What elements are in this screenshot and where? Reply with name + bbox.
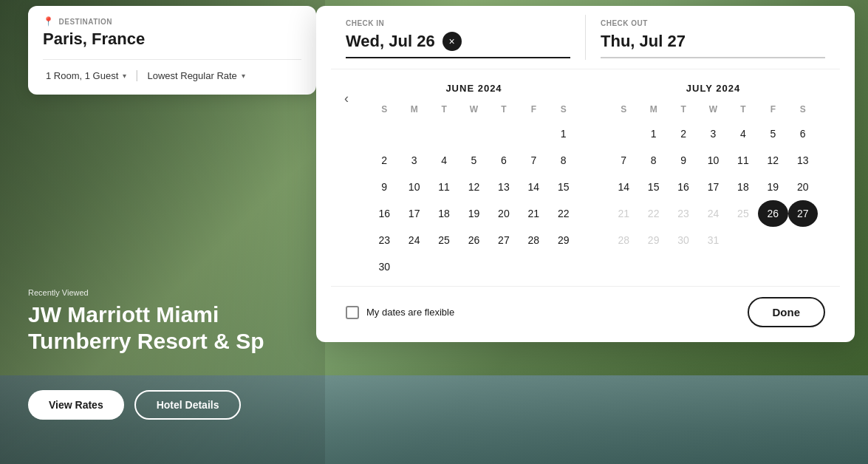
calendar-day[interactable]: 21: [519, 200, 548, 227]
checkin-date: Wed, Jul 26: [346, 32, 435, 51]
day-header-s: S: [609, 104, 638, 120]
calendar-day[interactable]: 23: [669, 200, 698, 227]
calendar-day[interactable]: 17: [399, 200, 428, 227]
checkin-underline: [346, 57, 570, 58]
day-header-s2: S: [788, 104, 818, 120]
calendar-day[interactable]: 5: [459, 147, 488, 174]
date-header: CHECK IN Wed, Jul 26 × CHECK OUT Thu, Ju…: [331, 6, 840, 69]
calendar-prev-button[interactable]: ‹: [338, 89, 355, 108]
calendar-day: [369, 120, 399, 147]
calendar-day[interactable]: 22: [638, 200, 668, 227]
calendar-day: [758, 227, 787, 253]
day-header-w: W: [698, 104, 728, 120]
calendar-day[interactable]: 15: [638, 174, 668, 200]
calendar-day[interactable]: 25: [429, 227, 459, 253]
checkout-label: CHECK OUT: [601, 19, 825, 27]
july-calendar: JULY 2024 S M T W T F S 1234567891011121…: [594, 75, 833, 253]
calendar-day[interactable]: 31: [698, 227, 728, 253]
calendar-day[interactable]: 26: [758, 200, 787, 227]
done-button[interactable]: Done: [748, 297, 826, 327]
calendar-day[interactable]: 19: [758, 174, 787, 200]
calendar-day: [459, 253, 488, 280]
calendar-day[interactable]: 20: [788, 174, 818, 200]
calendar-day[interactable]: 12: [459, 174, 488, 200]
calendar-day[interactable]: 3: [399, 147, 428, 174]
calendar-day[interactable]: 8: [638, 147, 668, 174]
day-header-f: F: [758, 104, 787, 120]
day-header-t2: T: [489, 104, 519, 120]
calendar-day[interactable]: 14: [519, 174, 548, 200]
calendar-day[interactable]: 2: [669, 120, 698, 147]
checkin-value-row: Wed, Jul 26 ×: [346, 32, 570, 51]
calendar-day[interactable]: 7: [609, 147, 638, 174]
calendar-day[interactable]: 13: [788, 147, 818, 174]
calendar-day[interactable]: 25: [728, 200, 758, 227]
search-options: 1 Room, 1 Guest ▾ | Lowest Regular Rate …: [43, 69, 301, 83]
calendar-day[interactable]: 30: [669, 227, 698, 253]
calendar-day[interactable]: 24: [698, 200, 728, 227]
flexible-dates-label[interactable]: My dates are flexible: [346, 306, 454, 319]
flexible-dates-checkbox[interactable]: [346, 306, 359, 319]
calendar-day[interactable]: 13: [489, 174, 519, 200]
calendar-day[interactable]: 20: [489, 200, 519, 227]
calendar-day[interactable]: 8: [549, 147, 578, 174]
calendar-day[interactable]: 4: [728, 120, 758, 147]
calendar-day[interactable]: 28: [609, 227, 638, 253]
hotel-details-button[interactable]: Hotel Details: [134, 390, 242, 420]
calendar-day[interactable]: 24: [399, 227, 428, 253]
calendar-day[interactable]: 15: [549, 174, 578, 200]
checkout-section: CHECK OUT Thu, Jul 27: [586, 6, 840, 69]
june-grid: S M T W T F S 12345678910111213141516171…: [369, 104, 578, 280]
calendar-day[interactable]: 16: [369, 200, 399, 227]
day-header-w: W: [459, 104, 488, 120]
calendar-day[interactable]: 18: [429, 200, 459, 227]
action-buttons: View Rates Hotel Details: [28, 390, 241, 420]
calendar-day[interactable]: 6: [788, 120, 818, 147]
july-grid: S M T W T F S 12345678910111213141516171…: [609, 104, 818, 253]
calendar-day[interactable]: 28: [519, 227, 548, 253]
calendar-day[interactable]: 16: [669, 174, 698, 200]
calendar-day[interactable]: 7: [519, 147, 548, 174]
day-header-t: T: [429, 104, 459, 120]
calendar-day[interactable]: 22: [549, 200, 578, 227]
calendar-day[interactable]: 2: [369, 147, 399, 174]
clear-checkin-button[interactable]: ×: [442, 32, 462, 51]
calendar-day[interactable]: 26: [459, 227, 488, 253]
calendar-day[interactable]: 4: [429, 147, 459, 174]
calendar-day[interactable]: 9: [369, 174, 399, 200]
calendar-day[interactable]: 10: [698, 147, 728, 174]
calendar-day[interactable]: 14: [609, 174, 638, 200]
day-header-s2: S: [549, 104, 578, 120]
calendar-day[interactable]: 29: [638, 227, 668, 253]
calendar-day[interactable]: 27: [788, 200, 818, 227]
room-guest-select[interactable]: 1 Room, 1 Guest ▾: [43, 69, 129, 83]
calendar-day: [429, 253, 459, 280]
checkout-date: Thu, Jul 27: [601, 32, 686, 51]
calendar-day[interactable]: 11: [429, 174, 459, 200]
day-header-s: S: [369, 104, 399, 120]
calendar-day[interactable]: 6: [489, 147, 519, 174]
checkin-section: CHECK IN Wed, Jul 26 ×: [331, 6, 585, 69]
calendar-day[interactable]: 27: [489, 227, 519, 253]
calendar-day[interactable]: 30: [369, 253, 399, 280]
calendar-day[interactable]: 10: [399, 174, 428, 200]
calendar-day: [399, 120, 428, 147]
calendar-day[interactable]: 12: [758, 147, 787, 174]
calendar-day: [489, 120, 519, 147]
calendar-day[interactable]: 23: [369, 227, 399, 253]
calendar-day[interactable]: 9: [669, 147, 698, 174]
calendar-day[interactable]: 29: [549, 227, 578, 253]
calendar-day[interactable]: 19: [459, 200, 488, 227]
calendar-day[interactable]: 11: [728, 147, 758, 174]
calendar-day[interactable]: 21: [609, 200, 638, 227]
calendar-day[interactable]: 1: [638, 120, 668, 147]
calendar-day[interactable]: 1: [549, 120, 578, 147]
calendar-day[interactable]: 18: [728, 174, 758, 200]
calendar-day: [489, 253, 519, 280]
rate-select[interactable]: Lowest Regular Rate ▾: [144, 69, 247, 83]
calendar-day[interactable]: 3: [698, 120, 728, 147]
select-divider: |: [135, 69, 138, 83]
view-rates-button[interactable]: View Rates: [28, 390, 124, 420]
calendar-day[interactable]: 17: [698, 174, 728, 200]
calendar-day[interactable]: 5: [758, 120, 787, 147]
